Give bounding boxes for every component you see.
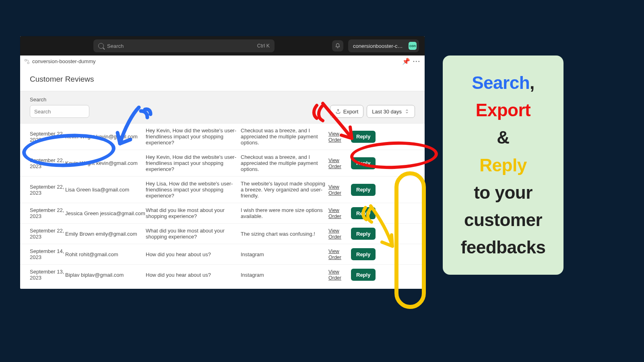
cell-view-order: View Order bbox=[328, 184, 351, 196]
cell-customer: Rohit rohit@gmail.com bbox=[65, 251, 146, 257]
marketing-callout: Search, Export & Reply to your customer … bbox=[443, 56, 564, 275]
cell-question: What did you like most about your shoppi… bbox=[146, 228, 241, 240]
cell-date: September 22, 2023 bbox=[30, 157, 65, 169]
store-name: conersionbooster-che… bbox=[353, 43, 405, 49]
annotation-red-arrow bbox=[311, 101, 359, 146]
filter-bar: Search Export Last 30 days bbox=[20, 91, 425, 123]
pin-icon[interactable]: 📌 bbox=[402, 58, 410, 65]
cell-view-order: View Order bbox=[328, 157, 351, 169]
callout-amp: & bbox=[449, 124, 557, 151]
annotation-blue-arrow bbox=[117, 105, 157, 154]
global-search[interactable]: Search Ctrl K bbox=[93, 39, 275, 52]
breadcrumb-name[interactable]: conversion-booster-dummy bbox=[32, 58, 96, 64]
view-order-link[interactable]: View Order bbox=[328, 269, 341, 281]
cell-date: September 13, 2023 bbox=[30, 269, 65, 281]
callout-reply: Reply bbox=[449, 152, 557, 179]
cell-answer: Instagram bbox=[241, 251, 328, 257]
search-label: Search bbox=[30, 97, 89, 103]
cell-view-order: View Order bbox=[328, 248, 351, 260]
cell-customer: Biplav biplav@gmail.com bbox=[65, 272, 146, 278]
cell-answer: The website's layout made shopping a bre… bbox=[241, 181, 328, 199]
search-input[interactable] bbox=[30, 105, 89, 118]
cell-question: Hey Kevin, How did the website's user-fr… bbox=[146, 154, 241, 172]
more-menu[interactable]: ··· bbox=[413, 58, 421, 65]
cell-customer: Emily Brown emily@gmail.com bbox=[65, 231, 146, 237]
cell-date: September 14, 2023 bbox=[30, 248, 65, 260]
cell-date: September 22, 2023 bbox=[30, 228, 65, 240]
callout-search: Search bbox=[472, 73, 530, 93]
view-order-link[interactable]: View Order bbox=[328, 228, 341, 240]
cell-answer: I wish there were more size options avai… bbox=[241, 207, 328, 219]
view-order-link[interactable]: View Order bbox=[328, 249, 341, 260]
cell-question: How did you hear about us? bbox=[146, 272, 241, 278]
callout-line1: to your bbox=[449, 179, 557, 206]
table-row: September 13, 2023Biplav biplav@gmail.co… bbox=[20, 264, 425, 285]
cell-answer: Checkout was a breeze, and I appreciated… bbox=[241, 154, 328, 172]
page-title-area: Customer Reviews bbox=[20, 68, 425, 91]
cell-customer: Lisa Green lisa@gmail.com bbox=[65, 187, 146, 193]
search-kbd: Ctrl K bbox=[257, 43, 270, 49]
page-title: Customer Reviews bbox=[30, 75, 417, 84]
reply-button[interactable]: Reply bbox=[351, 269, 376, 281]
cell-date: September 22, 2023 bbox=[30, 207, 65, 219]
table-row: September 22, 2023Kevin Wright kevin@gma… bbox=[20, 150, 425, 176]
callout-line3: feedbacks bbox=[449, 234, 557, 261]
view-order-link[interactable]: View Order bbox=[328, 158, 341, 169]
table-row: September 22, 2023Lisa Green lisa@gmail.… bbox=[20, 176, 425, 203]
notifications-button[interactable] bbox=[332, 40, 343, 51]
daterange-select[interactable]: Last 30 days bbox=[367, 105, 415, 118]
search-icon bbox=[98, 43, 104, 49]
callout-line2: customer bbox=[449, 206, 557, 234]
cell-date: September 22, 2023 bbox=[30, 184, 65, 196]
search-placeholder-text: Search bbox=[107, 43, 124, 49]
topbar: Search Ctrl K conersionbooster-che… con bbox=[20, 36, 425, 56]
cell-customer: Kevin Wright kevin@gmail.com bbox=[65, 160, 146, 166]
view-order-link[interactable]: View Order bbox=[328, 208, 341, 219]
cell-view-order: View Order bbox=[328, 207, 351, 219]
cell-answer: The sizing chart was confusing.! bbox=[241, 231, 328, 237]
cell-view-order: View Order bbox=[328, 228, 351, 240]
reply-button[interactable]: Reply bbox=[351, 157, 376, 169]
callout-export: Export bbox=[449, 97, 557, 124]
cell-answer: Instagram bbox=[241, 272, 328, 278]
bell-icon bbox=[335, 43, 341, 49]
cell-question: What did you like most about your shoppi… bbox=[146, 207, 241, 219]
cell-view-order: View Order bbox=[328, 269, 351, 281]
svg-rect-1 bbox=[27, 62, 29, 64]
store-switcher[interactable]: conersionbooster-che… con bbox=[348, 39, 419, 52]
app-icon bbox=[24, 59, 30, 64]
annotation-yellow-arrow bbox=[360, 204, 405, 253]
cell-customer: Jessica Green jessica@gmail.com bbox=[65, 210, 146, 216]
cell-question: Hey Lisa, How did the website's user-fri… bbox=[146, 181, 241, 199]
cell-question: How did you hear about us? bbox=[146, 251, 241, 257]
store-badge: con bbox=[409, 42, 417, 50]
sort-icon bbox=[404, 109, 410, 114]
svg-rect-0 bbox=[25, 59, 27, 61]
cell-question: Hey Kevin, How did the website's user-fr… bbox=[146, 128, 241, 146]
view-order-link[interactable]: View Order bbox=[328, 184, 341, 196]
cell-date: September 22, 2023 bbox=[30, 131, 65, 143]
breadcrumb-row: conversion-booster-dummy 📌 ··· bbox=[20, 56, 425, 68]
reply-button[interactable]: Reply bbox=[351, 184, 376, 196]
table-row: September 22, 2023Kevin Wright kevin@gma… bbox=[20, 123, 425, 150]
